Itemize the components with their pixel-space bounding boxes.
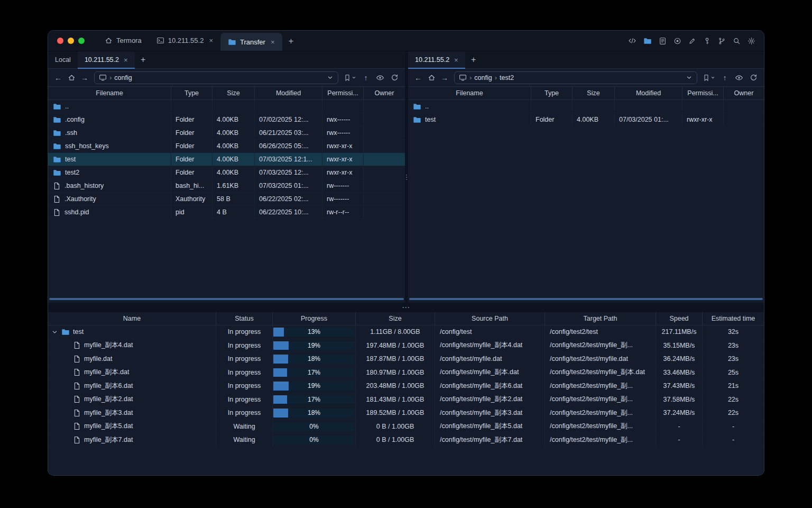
branch-icon[interactable] — [718, 37, 726, 45]
file-row[interactable]: .configFolder4.00KB07/02/2025 12:...rwx-… — [48, 113, 405, 126]
file-size: 1.61KB — [213, 179, 255, 193]
back-button[interactable]: ← — [52, 72, 64, 84]
column-header-filename[interactable]: Filename — [408, 87, 531, 99]
app-tab-transfer[interactable]: Transfer× — [220, 33, 282, 51]
refresh-button[interactable] — [388, 71, 401, 84]
column-header-permissi[interactable]: Permissi... — [682, 87, 724, 99]
panel-tab-10-211-55-2[interactable]: 10.211.55.2× — [408, 51, 465, 68]
code-icon[interactable] — [628, 37, 636, 45]
column-header-speed[interactable]: Speed — [656, 312, 703, 325]
panel-tab-local[interactable]: Local — [48, 51, 78, 68]
file-row[interactable]: .sshFolder4.00KB06/21/2025 03:...rwx----… — [48, 126, 405, 140]
file-row[interactable]: .. — [408, 100, 764, 113]
home-button[interactable] — [426, 72, 437, 84]
column-header-estimated-time[interactable]: Estimated time — [703, 312, 764, 325]
column-header-type[interactable]: Type — [171, 87, 213, 99]
file-table-body: ..testFolder4.00KB07/03/2025 01:...rwxr-… — [408, 100, 764, 303]
forward-button[interactable]: → — [439, 72, 450, 84]
path-dropdown-chevron-icon[interactable] — [686, 74, 693, 81]
column-header-size[interactable]: Size — [356, 312, 435, 325]
file-row[interactable]: ssh_host_keysFolder4.00KB06/26/2025 05:.… — [48, 140, 405, 153]
column-header-permissi[interactable]: Permissi... — [322, 87, 364, 99]
path-field[interactable]: ›config›test2 — [454, 71, 697, 84]
file-size: 4 B — [213, 206, 255, 219]
expand-chevron-icon[interactable] — [51, 329, 58, 335]
column-header-modified[interactable]: Modified — [255, 87, 322, 99]
file-row[interactable]: sshd.pidpid4 B06/22/2025 10:...rw-r--r-- — [48, 206, 405, 219]
column-header-owner[interactable]: Owner — [364, 87, 405, 99]
file-row[interactable]: test2Folder4.00KB07/03/2025 12:...rwxr-x… — [48, 166, 405, 179]
app-tab-10-211-55-2[interactable]: 10.211.55.2× — [149, 30, 220, 51]
app-tab-label: 10.211.55.2 — [168, 37, 204, 44]
column-header-filename[interactable]: Filename — [48, 87, 171, 99]
transfer-row[interactable]: myfile_副本4.datIn progress19%197.48MB / 1… — [48, 339, 764, 353]
close-icon[interactable]: × — [271, 38, 275, 46]
transfer-row[interactable]: myfile_副本6.datIn progress19%203.48MB / 1… — [48, 379, 764, 393]
path-dropdown-chevron-icon[interactable] — [327, 74, 334, 81]
horizontal-scrollbar[interactable] — [49, 298, 404, 300]
transfer-row[interactable]: myfile_副本.datIn progress17%180.97MB / 1.… — [48, 366, 764, 380]
show-hidden-files-button[interactable] — [733, 71, 745, 84]
record-icon[interactable] — [673, 37, 681, 45]
transfer-progress-cell: 17% — [273, 393, 356, 407]
file-owner — [364, 140, 405, 153]
transfer-row[interactable]: myfile_副本5.datWaiting0%0 B / 1.00GB/conf… — [48, 420, 764, 434]
minimize-window-button[interactable] — [68, 38, 74, 44]
new-panel-tab-button[interactable]: + — [135, 51, 152, 68]
forward-button[interactable]: → — [79, 72, 90, 84]
column-header-name[interactable]: Name — [48, 312, 216, 325]
show-hidden-files-button[interactable] — [374, 71, 386, 84]
parent-directory-button[interactable]: ↑ — [718, 71, 731, 84]
column-header-type[interactable]: Type — [531, 87, 573, 99]
file-row[interactable]: testFolder4.00KB07/03/2025 12:1...rwxr-x… — [48, 153, 405, 166]
column-header-target-path[interactable]: Target Path — [545, 312, 656, 325]
breadcrumb-item[interactable]: config — [114, 74, 132, 81]
file-row[interactable]: .bash_historybash_hi...1.61KB07/03/2025 … — [48, 179, 405, 193]
horizontal-splitter[interactable]: ⋯ — [48, 303, 764, 312]
parent-directory-button[interactable]: ↑ — [359, 71, 372, 84]
file-row[interactable]: testFolder4.00KB07/03/2025 01:...rwxr-xr… — [408, 113, 764, 126]
back-button[interactable]: ← — [412, 72, 424, 84]
column-header-size[interactable]: Size — [573, 87, 615, 99]
new-panel-tab-button[interactable]: + — [465, 51, 482, 68]
home-button[interactable] — [66, 72, 77, 84]
horizontal-scrollbar[interactable] — [409, 298, 763, 300]
breadcrumb-separator: › — [109, 74, 112, 81]
close-icon[interactable]: × — [454, 56, 458, 64]
transfer-row[interactable]: myfile_副本3.datIn progress18%189.52MB / 1… — [48, 406, 764, 420]
transfer-row[interactable]: myfile_副本2.datIn progress17%181.43MB / 1… — [48, 393, 764, 407]
pencil-icon[interactable] — [688, 37, 696, 45]
transfer-row[interactable]: testIn progress13%1.11GB / 8.00GB/config… — [48, 325, 764, 339]
transfer-row[interactable]: myfile.datIn progress18%187.87MB / 1.00G… — [48, 352, 764, 366]
transfer-row[interactable]: myfile_副本7.datWaiting0%0 B / 1.00GB/conf… — [48, 433, 764, 447]
panel-tab-10-211-55-2[interactable]: 10.211.55.2× — [78, 51, 135, 68]
close-icon[interactable]: × — [209, 37, 213, 44]
close-icon[interactable]: × — [124, 56, 128, 64]
file-row[interactable]: .XauthorityXauthority58 B06/22/2025 02:.… — [48, 193, 405, 206]
column-header-owner[interactable]: Owner — [724, 87, 764, 99]
column-header-status[interactable]: Status — [216, 312, 273, 325]
breadcrumb-item[interactable]: config — [474, 74, 492, 81]
progress-bar: 13% — [273, 328, 355, 337]
settings-icon[interactable] — [748, 37, 755, 45]
column-header-modified[interactable]: Modified — [615, 87, 682, 99]
column-header-size[interactable]: Size — [213, 87, 255, 99]
key-icon[interactable] — [703, 37, 711, 45]
file-modified: 06/26/2025 05:... — [255, 140, 322, 153]
close-window-button[interactable] — [57, 38, 63, 44]
breadcrumb-item[interactable]: test2 — [500, 74, 514, 81]
file-size — [213, 100, 255, 113]
bookmark-button[interactable] — [701, 71, 717, 84]
path-field[interactable]: ›config — [94, 71, 338, 84]
refresh-button[interactable] — [747, 71, 760, 84]
log-icon[interactable] — [659, 37, 667, 45]
new-app-tab-button[interactable]: + — [282, 31, 300, 51]
folder-icon[interactable] — [643, 37, 652, 45]
search-icon[interactable] — [733, 37, 741, 45]
app-tab-termora[interactable]: Termora — [97, 30, 149, 51]
bookmark-button[interactable] — [342, 71, 358, 84]
column-header-source-path[interactable]: Source Path — [435, 312, 545, 325]
file-row[interactable]: .. — [48, 100, 405, 113]
column-header-progress[interactable]: Progress — [273, 312, 356, 325]
zoom-window-button[interactable] — [78, 38, 85, 44]
